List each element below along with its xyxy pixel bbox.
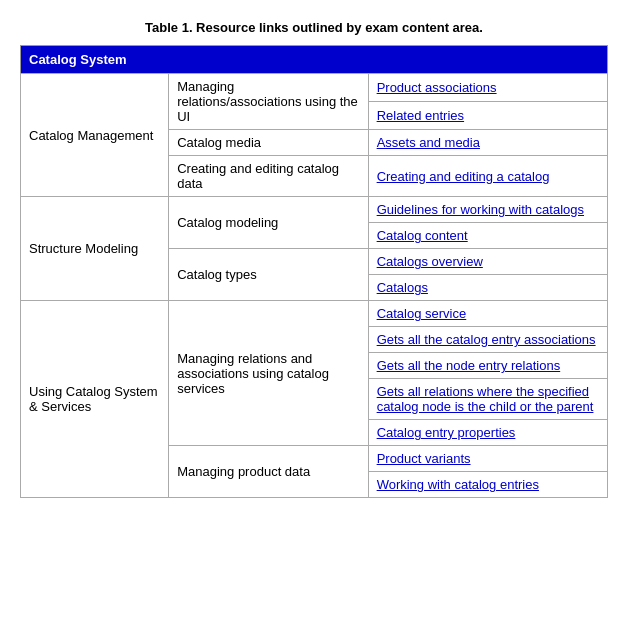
- resource-link[interactable]: Product variants: [377, 451, 471, 466]
- resource-link[interactable]: Assets and media: [377, 135, 480, 150]
- topic-cell: Managing relations/associations using th…: [169, 74, 368, 130]
- resource-link[interactable]: Guidelines for working with catalogs: [377, 202, 584, 217]
- link-cell: Gets all the node entry relations: [368, 353, 607, 379]
- table-row: Structure ModelingCatalog modelingGuidel…: [21, 197, 608, 223]
- category-cell: Catalog Management: [21, 74, 169, 197]
- resource-link[interactable]: Gets all relations where the specified c…: [377, 384, 594, 414]
- link-cell: Catalogs: [368, 275, 607, 301]
- link-cell: Catalog service: [368, 301, 607, 327]
- link-cell: Gets all the catalog entry associations: [368, 327, 607, 353]
- category-cell: Using Catalog System & Services: [21, 301, 169, 498]
- table-row: Catalog ManagementManaging relations/ass…: [21, 74, 608, 102]
- link-cell: Assets and media: [368, 130, 607, 156]
- resource-table: Catalog System Catalog ManagementManagin…: [20, 45, 608, 498]
- resource-link[interactable]: Gets all the node entry relations: [377, 358, 561, 373]
- topic-cell: Catalog modeling: [169, 197, 368, 249]
- link-cell: Catalog entry properties: [368, 420, 607, 446]
- topic-cell: Managing relations and associations usin…: [169, 301, 368, 446]
- resource-link[interactable]: Working with catalog entries: [377, 477, 539, 492]
- link-cell: Guidelines for working with catalogs: [368, 197, 607, 223]
- topic-cell: Catalog media: [169, 130, 368, 156]
- resource-link[interactable]: Catalogs: [377, 280, 428, 295]
- resource-link[interactable]: Catalog entry properties: [377, 425, 516, 440]
- link-cell: Gets all relations where the specified c…: [368, 379, 607, 420]
- topic-cell: Managing product data: [169, 446, 368, 498]
- link-cell: Related entries: [368, 102, 607, 130]
- topic-cell: Creating and editing catalog data: [169, 156, 368, 197]
- resource-link[interactable]: Gets all the catalog entry associations: [377, 332, 596, 347]
- resource-link[interactable]: Product associations: [377, 80, 497, 95]
- link-cell: Creating and editing a catalog: [368, 156, 607, 197]
- link-cell: Product variants: [368, 446, 607, 472]
- link-cell: Catalog content: [368, 223, 607, 249]
- category-cell: Structure Modeling: [21, 197, 169, 301]
- resource-link[interactable]: Related entries: [377, 108, 464, 123]
- page-title: Table 1. Resource links outlined by exam…: [20, 20, 608, 35]
- link-cell: Working with catalog entries: [368, 472, 607, 498]
- resource-link[interactable]: Catalog content: [377, 228, 468, 243]
- resource-link[interactable]: Catalog service: [377, 306, 467, 321]
- resource-link[interactable]: Catalogs overview: [377, 254, 483, 269]
- resource-link[interactable]: Creating and editing a catalog: [377, 169, 550, 184]
- topic-cell: Catalog types: [169, 249, 368, 301]
- link-cell: Product associations: [368, 74, 607, 102]
- link-cell: Catalogs overview: [368, 249, 607, 275]
- table-header: Catalog System: [21, 46, 608, 74]
- table-row: Using Catalog System & ServicesManaging …: [21, 301, 608, 327]
